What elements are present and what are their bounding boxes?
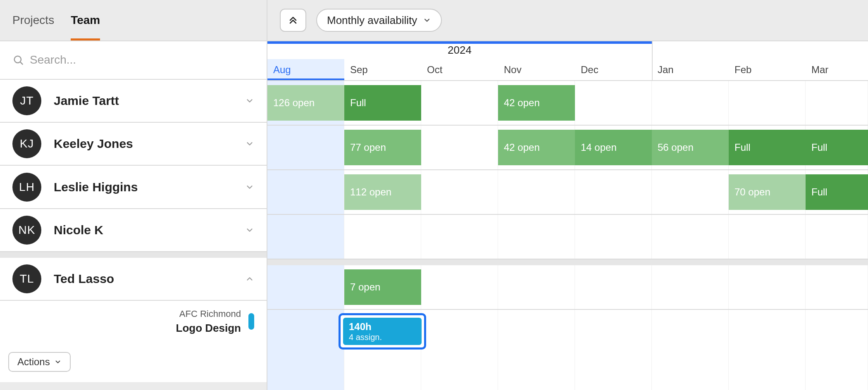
- chevron-up-icon[interactable]: [245, 274, 254, 283]
- person-row[interactable]: KJ Keeley Jones: [0, 123, 267, 166]
- actions-dropdown[interactable]: Actions: [8, 352, 71, 372]
- availability-cell[interactable]: 126 open: [267, 85, 344, 121]
- task-color-indicator: [248, 313, 254, 330]
- availability-row: 77 open 42 open 14 open 56 open Full Ful…: [267, 126, 868, 170]
- view-mode-dropdown[interactable]: Monthly availability: [316, 9, 442, 32]
- availability-cell[interactable]: 112 open: [344, 174, 421, 210]
- chevron-down-icon: [54, 358, 62, 366]
- assignment-hours: 140h: [349, 321, 416, 333]
- avatar: LH: [12, 173, 41, 202]
- availability-cell[interactable]: 7 open: [344, 269, 421, 305]
- assignment-sub: 4 assign.: [349, 333, 416, 342]
- person-name: Ted Lasso: [54, 272, 233, 286]
- availability-cell[interactable]: 77 open: [344, 130, 421, 165]
- availability-cell[interactable]: 70 open: [729, 174, 806, 210]
- current-year-indicator: [267, 41, 652, 44]
- person-row[interactable]: TL Ted Lasso: [0, 258, 267, 301]
- month-header[interactable]: Nov: [498, 59, 575, 80]
- search-row: [0, 41, 267, 80]
- chevron-down-icon[interactable]: [245, 139, 254, 148]
- availability-row: 126 open Full 42 open: [267, 81, 868, 126]
- avatar: NK: [12, 216, 41, 245]
- task-row[interactable]: AFC Richmond Logo Design: [0, 301, 267, 342]
- chevron-down-icon[interactable]: [245, 226, 254, 235]
- timeline: 2024 Aug Sep Oct Nov Dec Jan Feb Mar: [267, 41, 868, 390]
- assignment-row: 140h 4 assign.: [267, 310, 868, 353]
- person-name: Nicole K: [54, 223, 233, 237]
- year-label: 2024: [267, 44, 652, 57]
- availability-row: [267, 215, 868, 259]
- availability-cell[interactable]: Full: [344, 85, 421, 121]
- availability-cell[interactable]: Full: [806, 130, 868, 165]
- month-header[interactable]: Sep: [344, 59, 421, 80]
- tab-projects[interactable]: Projects: [12, 0, 54, 40]
- view-mode-label: Monthly availability: [327, 14, 417, 27]
- month-header[interactable]: Dec: [575, 59, 652, 80]
- divider: [0, 252, 267, 258]
- month-header[interactable]: Oct: [421, 59, 498, 80]
- chevron-down-icon[interactable]: [245, 183, 254, 192]
- availability-cell[interactable]: Full: [729, 130, 806, 165]
- toolbar: Monthly availability: [267, 0, 868, 40]
- search-input[interactable]: [30, 53, 254, 67]
- people-sidebar: JT Jamie Tartt KJ Keeley Jones LH Leslie…: [0, 41, 267, 390]
- avatar: JT: [12, 86, 41, 115]
- chevron-down-icon: [423, 16, 431, 24]
- avatar: TL: [12, 264, 41, 293]
- availability-cell[interactable]: Full: [806, 174, 868, 210]
- tab-team[interactable]: Team: [71, 0, 100, 40]
- search-icon: [12, 54, 24, 66]
- person-row[interactable]: LH Leslie Higgins: [0, 166, 267, 209]
- person-name: Leslie Higgins: [54, 180, 233, 194]
- availability-cell[interactable]: 42 open: [498, 130, 575, 165]
- person-name: Jamie Tartt: [54, 94, 233, 108]
- availability-cell[interactable]: 56 open: [652, 130, 729, 165]
- availability-cell[interactable]: 14 open: [575, 130, 652, 165]
- availability-cell[interactable]: 42 open: [498, 85, 575, 121]
- month-header[interactable]: Jan: [652, 59, 729, 80]
- chevron-double-up-icon: [288, 15, 298, 25]
- task-client: AFC Richmond: [179, 309, 241, 319]
- availability-row: 112 open 70 open Full: [267, 170, 868, 215]
- month-header-row: Aug Sep Oct Nov Dec Jan Feb Mar: [267, 59, 868, 80]
- person-name: Keeley Jones: [54, 137, 233, 151]
- chevron-down-icon[interactable]: [245, 96, 254, 105]
- collapse-all-button[interactable]: [280, 9, 306, 32]
- person-row[interactable]: JT Jamie Tartt: [0, 80, 267, 123]
- timeline-header: 2024 Aug Sep Oct Nov Dec Jan Feb Mar: [267, 41, 868, 81]
- actions-label: Actions: [17, 356, 50, 368]
- availability-row: 7 open: [267, 265, 868, 310]
- task-name: Logo Design: [176, 322, 241, 335]
- assignment-card[interactable]: 140h 4 assign.: [339, 313, 426, 350]
- person-row[interactable]: NK Nicole K: [0, 209, 267, 252]
- month-header[interactable]: Mar: [806, 59, 868, 80]
- month-header[interactable]: Feb: [729, 59, 806, 80]
- svg-line-1: [20, 62, 22, 64]
- month-header[interactable]: Aug: [267, 59, 344, 80]
- avatar: KJ: [12, 129, 41, 158]
- tabs-bar: Projects Team: [0, 0, 267, 40]
